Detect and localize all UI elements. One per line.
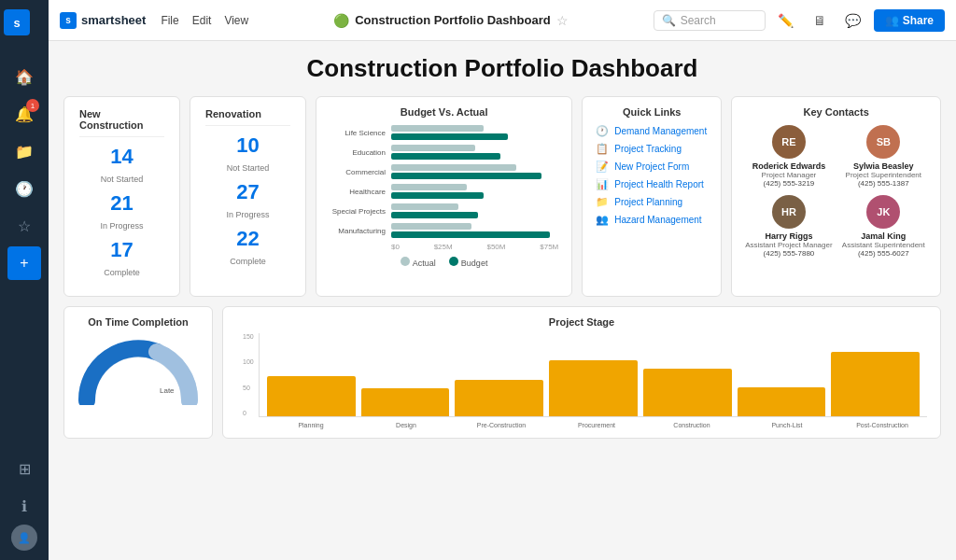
stage-bar-label: Design <box>361 422 451 428</box>
sidebar: s 🏠 🔔 1 📁 🕐 ☆ + ⊞ ℹ 👤 <box>0 0 49 560</box>
quick-link-item[interactable]: 👥Hazard Management <box>596 214 708 226</box>
nc-in-progress-label: In Progress <box>100 221 143 231</box>
stage-bar-wrap <box>361 388 450 416</box>
stage-bar <box>643 369 732 416</box>
quick-link-icon: 📝 <box>596 161 609 173</box>
sidebar-icon-recent[interactable]: 🕐 <box>7 172 41 205</box>
project-stage-card: Project Stage 150100500 PlanningDesignPr… <box>222 306 941 439</box>
share-button[interactable]: 👥 Share <box>874 9 945 32</box>
quick-link-icon: 👥 <box>596 214 609 226</box>
quick-link-item[interactable]: 📋Project Tracking <box>596 143 708 155</box>
quick-link-item[interactable]: 📊Project Health Report <box>596 178 708 190</box>
r-complete-num: 22 <box>230 227 266 251</box>
bar-actual <box>391 184 467 190</box>
r-not-started: 10 Not Started <box>227 133 270 175</box>
r-in-progress-num: 27 <box>226 180 269 204</box>
stage-bar-label: Construction <box>647 422 737 428</box>
contact-phone: (425) 555-7880 <box>764 249 815 258</box>
sidebar-icon-info[interactable]: ℹ <box>7 489 41 523</box>
menu-file[interactable]: File <box>161 14 178 27</box>
bar-actual <box>391 145 475 151</box>
presentation-button[interactable]: 🖥 <box>807 7 833 34</box>
quick-link-icon: 🕐 <box>596 125 609 137</box>
quick-link-item[interactable]: 📝New Project Form <box>596 161 708 173</box>
bar-label: Healthcare <box>330 188 386 196</box>
contact-phone: (425) 555-6027 <box>858 249 909 258</box>
legend-actual: Actual <box>401 257 436 268</box>
quick-link-label: Demand Management <box>614 126 707 136</box>
sidebar-icon-grid[interactable]: ⊞ <box>7 452 41 485</box>
sidebar-icon-add[interactable]: + <box>7 246 41 280</box>
budget-bar-row: Manufacturing <box>330 223 558 238</box>
quick-link-label: Project Health Report <box>614 179 704 189</box>
app-name: smartsheet <box>81 13 146 27</box>
sidebar-icon-home[interactable]: 🏠 <box>7 60 41 93</box>
sidebar-icon-favorites[interactable]: ☆ <box>7 209 41 243</box>
sidebar-icon-files[interactable]: 📁 <box>7 134 41 168</box>
stat-row-not-started-r: 10 Not Started <box>205 133 290 175</box>
contact-name: Jamal King <box>861 231 906 241</box>
quick-links-header: Quick Links <box>596 106 708 118</box>
bar-actual <box>391 203 458 210</box>
budget-bars: Life Science Education Commercial Health… <box>330 125 558 238</box>
budget-header: Budget Vs. Actual <box>330 106 558 118</box>
axis-50: $50M <box>486 243 505 251</box>
y-label: 50 <box>243 385 254 391</box>
stage-bar-wrap <box>643 369 732 416</box>
notification-badge: 1 <box>26 99 39 112</box>
bar-label: Life Science <box>330 129 386 137</box>
quick-links-card: Quick Links 🕐Demand Management📋Project T… <box>582 96 722 297</box>
nc-in-progress-num: 21 <box>100 191 143 216</box>
menu-edit[interactable]: Edit <box>192 14 212 27</box>
bar-actual <box>391 223 471 230</box>
new-construction-card: New Construction 14 Not Started 21 In Pr… <box>63 96 180 297</box>
contact-item: SB Sylwia Beasley Project Superintendent… <box>840 125 927 188</box>
project-stage-header: Project Stage <box>236 316 927 328</box>
contact-title: Project Manager <box>762 171 817 179</box>
budget-bar-row: Commercial <box>330 164 558 179</box>
search-box[interactable]: 🔍 Search <box>654 10 766 31</box>
quick-link-icon: 📁 <box>596 196 609 208</box>
sidebar-icon-notifications[interactable]: 🔔 1 <box>7 97 41 131</box>
share-icon: 👥 <box>885 14 899 27</box>
menu-view[interactable]: View <box>224 14 248 27</box>
bar-group <box>391 184 558 199</box>
stat-row-in-progress-r: 27 In Progress <box>205 180 290 221</box>
contact-title: Assistant Superintendent <box>842 241 925 249</box>
stage-bar <box>831 352 920 416</box>
contact-phone: (425) 555-1387 <box>858 179 909 188</box>
contact-name: Sylwia Beasley <box>853 161 914 171</box>
stage-bar <box>267 376 356 416</box>
contact-item: JK Jamal King Assistant Superintendent (… <box>840 195 927 258</box>
quick-link-item[interactable]: 🕐Demand Management <box>596 125 708 137</box>
contact-avatar: JK <box>866 195 900 229</box>
quick-link-item[interactable]: 📁Project Planning <box>596 196 708 208</box>
favorite-icon[interactable]: ☆ <box>556 13 569 28</box>
budget-bar-row: Life Science <box>330 125 558 140</box>
edit-button[interactable]: ✏️ <box>773 7 799 34</box>
budget-bar-row: Healthcare <box>330 184 558 199</box>
stage-labels: PlanningDesignPre-ConstructionProcuremen… <box>259 419 927 428</box>
bar-budget <box>391 231 550 238</box>
stage-bar-label: Punch-List <box>742 422 832 428</box>
bar-group <box>391 145 558 160</box>
dashboard-content: Construction Portfolio Dashboard New Con… <box>49 41 956 560</box>
dashboard-icon: 🟢 <box>333 13 349 28</box>
contacts-grid: RE Roderick Edwards Project Manager (425… <box>745 125 927 258</box>
bar-budget <box>391 153 500 160</box>
user-avatar[interactable]: 👤 <box>11 525 37 551</box>
key-contacts-header: Key Contacts <box>745 106 927 118</box>
quick-link-label: Hazard Management <box>614 215 701 225</box>
bar-label: Education <box>330 148 386 157</box>
bar-budget <box>391 212 478 218</box>
nc-not-started: 14 Not Started <box>101 145 144 186</box>
main-area: s smartsheet File Edit View 🟢 Constructi… <box>49 0 956 560</box>
contact-avatar: HR <box>772 195 806 229</box>
comment-button[interactable]: 💬 <box>840 7 866 34</box>
quick-link-icon: 📋 <box>596 143 609 155</box>
topbar-right: 🔍 Search ✏️ 🖥 💬 👥 Share <box>654 7 945 34</box>
topbar-center: 🟢 Construction Portfolio Dashboard ☆ <box>248 13 653 28</box>
r-in-progress: 27 In Progress <box>226 180 269 221</box>
budget-card: Budget Vs. Actual Life Science Education… <box>316 96 572 297</box>
nc-not-started-label: Not Started <box>101 175 144 184</box>
